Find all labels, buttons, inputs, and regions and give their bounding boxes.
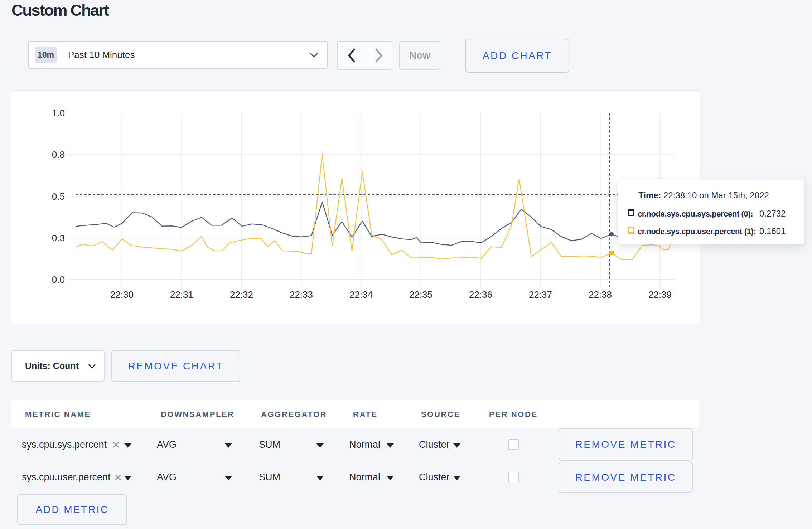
svg-text:22:35: 22:35 — [409, 289, 432, 300]
svg-text:22:38: 22:38 — [589, 289, 612, 300]
svg-text:22:30: 22:30 — [110, 289, 134, 300]
svg-text:0.8: 0.8 — [52, 149, 65, 160]
svg-text:22:32: 22:32 — [230, 289, 253, 300]
svg-text:0.3: 0.3 — [52, 233, 65, 243]
svg-text:22:36: 22:36 — [469, 289, 492, 300]
svg-text:0.5: 0.5 — [52, 191, 65, 202]
svg-text:22:33: 22:33 — [290, 289, 313, 300]
svg-text:22:39: 22:39 — [648, 289, 672, 300]
svg-text:22:37: 22:37 — [529, 289, 552, 300]
svg-text:0.0: 0.0 — [52, 274, 65, 285]
svg-text:1.0: 1.0 — [52, 108, 65, 118]
svg-text:22:31: 22:31 — [170, 289, 193, 300]
svg-text:22:34: 22:34 — [349, 289, 373, 300]
